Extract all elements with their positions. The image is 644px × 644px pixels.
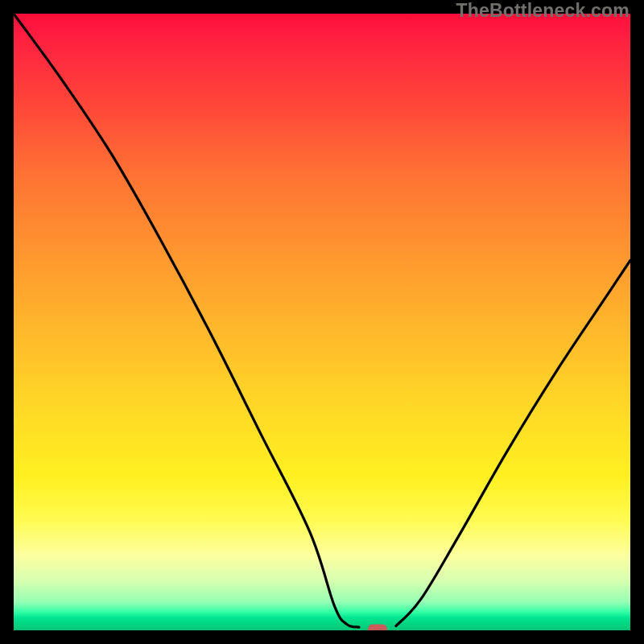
minimum-marker — [368, 624, 387, 630]
bottleneck-curve-right — [396, 260, 630, 625]
chart-svg-overlay — [14, 14, 630, 630]
attribution-label: TheBottleneck.com — [456, 0, 630, 22]
bottleneck-curve-left — [14, 14, 359, 627]
bottleneck-chart — [14, 14, 630, 630]
